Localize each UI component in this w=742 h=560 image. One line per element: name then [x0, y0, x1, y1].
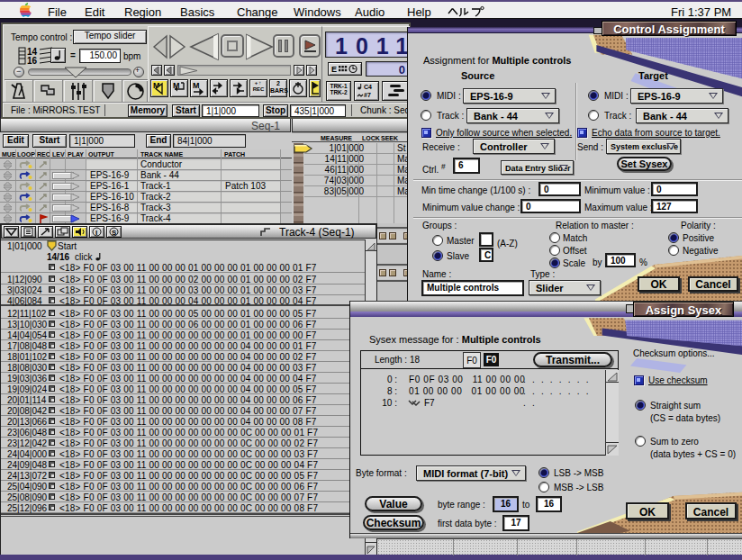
svg-text:S: S — [112, 229, 117, 237]
svg-text:M: M — [193, 81, 200, 90]
svg-text:16: 16 — [27, 56, 38, 66]
svg-text:C4: C4 — [364, 84, 372, 90]
svg-text:I: I — [95, 229, 97, 237]
svg-text:#7: #7 — [364, 92, 371, 98]
svg-text:E: E — [331, 65, 337, 74]
